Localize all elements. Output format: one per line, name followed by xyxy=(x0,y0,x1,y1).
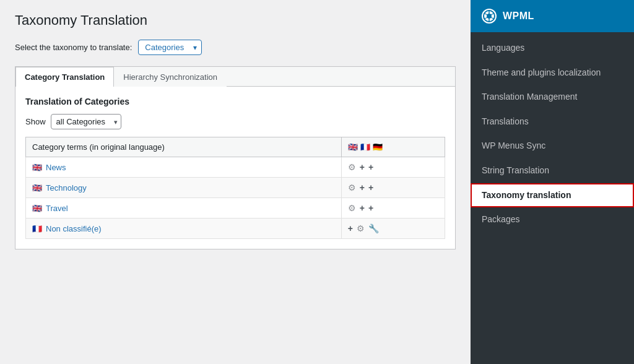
sidebar: WPML Languages Theme and plugins localiz… xyxy=(471,0,634,364)
section-title: Translation of Categories xyxy=(25,97,445,106)
row-actions-cell: ⚙ + + xyxy=(341,178,445,198)
tab-hierarchy-sync[interactable]: Hierarchy Synchronization xyxy=(114,67,227,87)
name-cell: 🇬🇧 Technology xyxy=(32,183,335,193)
tabs-container: Category Translation Hierarchy Synchroni… xyxy=(15,66,456,249)
taxonomy-select-label: Select the taxonomy to translate: xyxy=(15,43,132,52)
table-row: 🇬🇧 Technology ⚙ + + xyxy=(26,178,445,198)
category-link[interactable]: Travel xyxy=(46,204,68,213)
sidebar-item-wp-menus-sync[interactable]: WP Menus Sync xyxy=(471,134,634,158)
name-cell: 🇬🇧 Travel xyxy=(32,204,335,213)
col-header-name: Category terms (in original language) xyxy=(26,137,342,157)
sidebar-item-taxonomy-translation[interactable]: Taxonomy translation xyxy=(471,183,634,208)
plus-icon-2[interactable]: + xyxy=(368,203,373,213)
taxonomy-select-row: Select the taxonomy to translate: Catego… xyxy=(15,40,456,55)
sidebar-header: WPML xyxy=(471,0,634,32)
action-icons: + ⚙ 🔧 xyxy=(348,223,438,233)
action-icons: ⚙ + + xyxy=(348,162,438,172)
row-actions-cell: ⚙ + + xyxy=(341,198,445,219)
flag-fr: 🇫🇷 xyxy=(360,142,370,152)
gear-icon[interactable]: ⚙ xyxy=(348,162,356,172)
show-select-wrapper[interactable]: all Categories News xyxy=(51,114,121,129)
main-content: Taxonomy Translation Select the taxonomy… xyxy=(0,0,471,364)
plus-icon-2[interactable]: + xyxy=(368,183,373,193)
flag-gb: 🇬🇧 xyxy=(348,142,358,152)
row-actions-cell: ⚙ + + xyxy=(341,157,445,178)
show-select[interactable]: all Categories News xyxy=(51,114,121,129)
sidebar-nav: Languages Theme and plugins localization… xyxy=(471,32,634,236)
wpml-logo-icon xyxy=(483,10,495,22)
plus-icon-1[interactable]: + xyxy=(360,203,365,213)
row-flag: 🇬🇧 xyxy=(32,183,42,193)
plus-icon-2[interactable]: + xyxy=(368,162,373,172)
plus-icon-first[interactable]: + xyxy=(348,223,353,233)
sidebar-item-translation-management[interactable]: Translation Management xyxy=(471,85,634,110)
taxonomy-select-wrapper[interactable]: Categories Tags xyxy=(138,40,202,55)
table-row: 🇬🇧 Travel ⚙ + + xyxy=(26,198,445,219)
col-header-flags: 🇬🇧 🇫🇷 🇩🇪 xyxy=(341,137,445,157)
row-name-cell: 🇫🇷 Non classifié(e) xyxy=(26,219,342,239)
wpml-logo xyxy=(482,9,497,24)
sidebar-item-packages[interactable]: Packages xyxy=(471,207,634,232)
action-icons: ⚙ + + xyxy=(348,203,438,213)
row-name-cell: 🇬🇧 Travel xyxy=(26,198,342,219)
sidebar-item-theme-plugins[interactable]: Theme and plugins localization xyxy=(471,61,634,85)
show-label: Show xyxy=(25,117,46,126)
row-flag: 🇫🇷 xyxy=(32,224,42,233)
category-link[interactable]: Technology xyxy=(46,183,87,193)
table-row: 🇫🇷 Non classifié(e) + ⚙ 🔧 xyxy=(26,219,445,239)
flag-de: 🇩🇪 xyxy=(373,142,383,152)
plus-icon-1[interactable]: + xyxy=(360,162,365,172)
gear-icon[interactable]: ⚙ xyxy=(357,223,365,233)
sidebar-item-languages[interactable]: Languages xyxy=(471,36,634,61)
row-name-cell: 🇬🇧 News xyxy=(26,157,342,178)
flags-cell: 🇬🇧 🇫🇷 🇩🇪 xyxy=(348,142,438,152)
sidebar-item-translations[interactable]: Translations xyxy=(471,110,634,134)
table-area: Translation of Categories Show all Categ… xyxy=(15,87,455,249)
action-icons: ⚙ + + xyxy=(348,183,438,193)
row-actions-cell: + ⚙ 🔧 xyxy=(341,219,445,239)
taxonomy-select[interactable]: Categories Tags xyxy=(138,40,202,55)
category-link[interactable]: Non classifié(e) xyxy=(46,224,102,233)
table-row: 🇬🇧 News ⚙ + + xyxy=(26,157,445,178)
category-link[interactable]: News xyxy=(46,163,66,172)
sidebar-title: WPML xyxy=(503,11,534,22)
tab-category-translation[interactable]: Category Translation xyxy=(15,67,114,87)
tabs-header: Category Translation Hierarchy Synchroni… xyxy=(15,67,455,87)
row-flag: 🇬🇧 xyxy=(32,204,42,213)
row-flag: 🇬🇧 xyxy=(32,163,42,172)
wrench-icon[interactable]: 🔧 xyxy=(368,223,379,233)
show-row: Show all Categories News xyxy=(25,114,445,129)
name-cell: 🇫🇷 Non classifié(e) xyxy=(32,224,335,233)
page-title: Taxonomy Translation xyxy=(15,12,456,28)
row-name-cell: 🇬🇧 Technology xyxy=(26,178,342,198)
sidebar-item-string-translation[interactable]: String Translation xyxy=(471,158,634,183)
plus-icon-1[interactable]: + xyxy=(360,183,365,193)
gear-icon[interactable]: ⚙ xyxy=(348,203,356,213)
name-cell: 🇬🇧 News xyxy=(32,163,335,172)
gear-icon[interactable]: ⚙ xyxy=(348,183,356,193)
translation-table: Category terms (in original language) 🇬🇧… xyxy=(25,137,445,239)
